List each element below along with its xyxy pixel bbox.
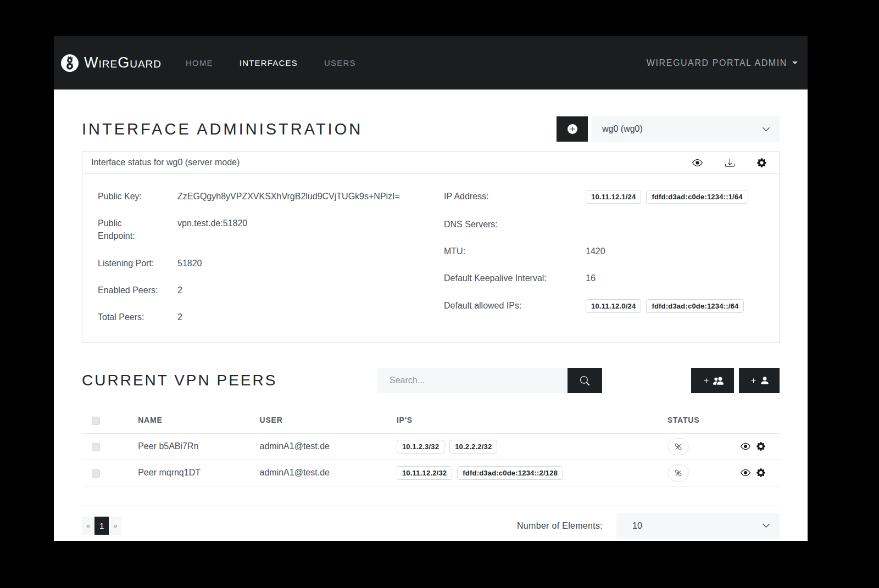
peer-buttons	[691, 368, 780, 393]
listening-port-value: 51820	[177, 257, 444, 270]
page-title: INTERFACE ADMINISTRATION	[82, 120, 363, 138]
status-right-column: IP Address: 10.11.12.1/24 fdfd:d3ad:c0de…	[444, 190, 770, 342]
column-header-user: USER	[260, 407, 397, 433]
search-button[interactable]	[568, 368, 602, 393]
pagination-page-1[interactable]: 1	[94, 517, 109, 535]
row-actions	[739, 468, 780, 478]
caret-down-icon	[792, 61, 798, 64]
status-badge	[667, 438, 689, 455]
status-left-column: Public Key: ZzEGQgyh8yVPZXVKSXhVrgB2lud9…	[98, 190, 444, 342]
app-window: WireGuard HOME INTERFACES USERS WIREGUAR…	[54, 36, 808, 541]
select-all-checkbox[interactable]	[92, 417, 100, 425]
enabled-peers-label: Enabled Peers:	[98, 284, 158, 296]
ip-badge: 10.11.12.2/32	[397, 466, 452, 480]
elements-select-value: 10	[632, 521, 642, 531]
search-input[interactable]	[377, 368, 568, 393]
nav-link-interfaces[interactable]: INTERFACES	[240, 58, 298, 68]
column-header-status: STATUS	[667, 407, 739, 433]
allowed-ips-badges: 10.11.12.0/24 fdfd:d3ad:c0de:1234::/64	[586, 299, 770, 313]
page-header: INTERFACE ADMINISTRATION wg0 (wg0)	[82, 116, 780, 142]
total-peers-label: Total Peers:	[98, 311, 158, 323]
row-checkbox[interactable]	[92, 469, 100, 478]
chevron-down-icon	[762, 125, 770, 133]
link-slash-icon	[674, 443, 682, 451]
card-header: Interface status for wg0 (server mode)	[82, 152, 779, 174]
peers-header: CURRENT VPN PEERS	[82, 366, 780, 395]
eye-icon[interactable]	[741, 468, 750, 478]
chevron-down-icon	[762, 522, 770, 530]
total-peers-value: 2	[177, 311, 444, 323]
eye-icon[interactable]	[741, 441, 750, 451]
interface-status-card: Interface status for wg0 (server mode) P…	[82, 151, 780, 343]
plus-icon	[702, 377, 710, 385]
ip-badge: 10.2.2.2/32	[449, 440, 497, 453]
elements-control: Number of Elements: 10	[517, 513, 780, 539]
add-peer-button[interactable]	[739, 368, 780, 393]
plus-circle-icon	[568, 124, 577, 134]
plus-icon	[749, 377, 758, 385]
brand-label: WireGuard	[84, 54, 162, 71]
wireguard-logo-icon	[60, 54, 79, 72]
table-row: Peer b5ABi7Rn adminA1@test.de 10.1.2.3/3…	[82, 433, 780, 460]
divider	[82, 506, 780, 506]
link-slash-icon	[674, 469, 682, 477]
peers-section-title: CURRENT VPN PEERS	[82, 372, 377, 389]
add-interface-button[interactable]	[557, 116, 588, 142]
listening-port-label: Listening Port:	[98, 257, 158, 270]
elements-label: Number of Elements:	[517, 521, 603, 531]
people-icon	[713, 376, 724, 386]
main-content: INTERFACE ADMINISTRATION wg0 (wg0) Inter…	[54, 116, 808, 539]
public-endpoint-value: vpn.test.de:51820	[177, 217, 444, 242]
row-actions	[739, 441, 780, 451]
interface-select-value: wg0 (wg0)	[602, 124, 643, 134]
row-checkbox[interactable]	[92, 443, 100, 451]
interface-select[interactable]: wg0 (wg0)	[592, 116, 780, 142]
peer-name: Peer b5ABi7Rn	[138, 433, 259, 460]
column-header-ips: IP'S	[397, 407, 667, 433]
brand[interactable]: WireGuard	[60, 54, 162, 72]
table-row: Peer mqrnq1DT adminA1@test.de 10.11.12.2…	[82, 460, 780, 486]
card-body: Public Key: ZzEGQgyh8yVPZXVKSXhVrgB2lud9…	[82, 174, 779, 342]
pagination-prev[interactable]: «	[82, 517, 94, 535]
gear-icon[interactable]	[757, 158, 766, 167]
ip-badge: fdfd:d3ad:c0de:1234::2/128	[457, 466, 563, 480]
pagination-next[interactable]: »	[109, 517, 121, 535]
eye-icon[interactable]	[692, 158, 703, 168]
dns-servers-value	[586, 218, 770, 231]
search-group	[377, 368, 602, 393]
card-header-actions	[692, 158, 770, 168]
table-header-row: NAME USER IP'S STATUS	[82, 407, 780, 433]
nav-link-home[interactable]: HOME	[186, 58, 213, 68]
peer-ip-badges: 10.11.12.2/32 fdfd:d3ad:c0de:1234::2/128	[397, 466, 667, 480]
user-menu-label: WIREGUARD PORTAL ADMIN	[647, 58, 787, 68]
interface-controls: wg0 (wg0)	[557, 116, 780, 142]
ip-badge: 10.1.2.3/32	[397, 440, 444, 453]
peer-name: Peer mqrnq1DT	[138, 460, 259, 486]
elements-select[interactable]: 10	[616, 513, 780, 539]
public-endpoint-label: Public Endpoint:	[98, 217, 158, 242]
peers-table: NAME USER IP'S STATUS Peer b5ABi7Rn admi…	[82, 407, 780, 486]
public-key-value: ZzEGQgyh8yVPZXVKSXhVrgB2lud9CVjTUGk9s+NP…	[177, 190, 444, 203]
ip-badge: fdfd:d3ad:c0de:1234::/64	[646, 299, 744, 313]
download-icon[interactable]	[725, 158, 735, 167]
peer-ip-badges: 10.1.2.3/32 10.2.2.2/32	[397, 440, 667, 453]
user-menu-dropdown[interactable]: WIREGUARD PORTAL ADMIN	[647, 58, 798, 68]
peer-user: adminA1@test.de	[260, 433, 397, 460]
column-header-name: NAME	[138, 407, 259, 433]
ip-address-label: IP Address:	[444, 190, 568, 204]
mtu-value: 1420	[586, 245, 770, 257]
keepalive-label: Default Keepalive Interval:	[444, 272, 568, 284]
gear-icon[interactable]	[756, 468, 765, 477]
ip-badge: 10.11.12.1/24	[586, 190, 641, 204]
ip-badge: 10.11.12.0/24	[586, 299, 641, 313]
status-badge	[667, 464, 689, 481]
public-key-label: Public Key:	[98, 190, 158, 203]
nav-link-users[interactable]: USERS	[324, 58, 356, 68]
nav-links: HOME INTERFACES USERS	[186, 58, 356, 68]
gear-icon[interactable]	[756, 442, 765, 451]
peer-user: adminA1@test.de	[260, 460, 397, 486]
add-multiple-peers-button[interactable]	[691, 368, 734, 393]
card-header-title: Interface status for wg0 (server mode)	[91, 158, 240, 167]
person-icon	[760, 376, 770, 385]
ip-address-badges: 10.11.12.1/24 fdfd:d3ad:c0de:1234::1/64	[586, 190, 770, 204]
